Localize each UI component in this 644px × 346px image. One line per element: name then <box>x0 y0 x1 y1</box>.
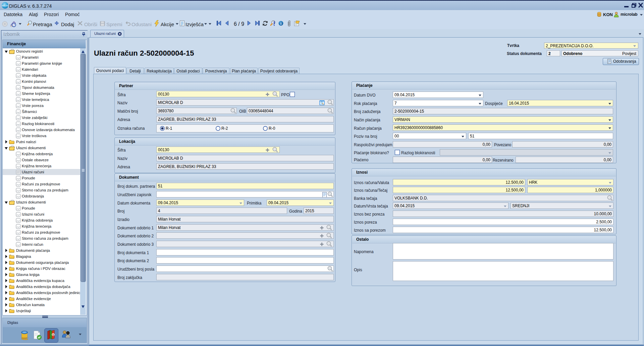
svg-text:DIGLAS: DIGLAS <box>2 5 8 7</box>
svg-text:?: ? <box>13 23 14 27</box>
svg-text:i: i <box>280 21 281 25</box>
svg-text:$: $ <box>52 333 54 336</box>
